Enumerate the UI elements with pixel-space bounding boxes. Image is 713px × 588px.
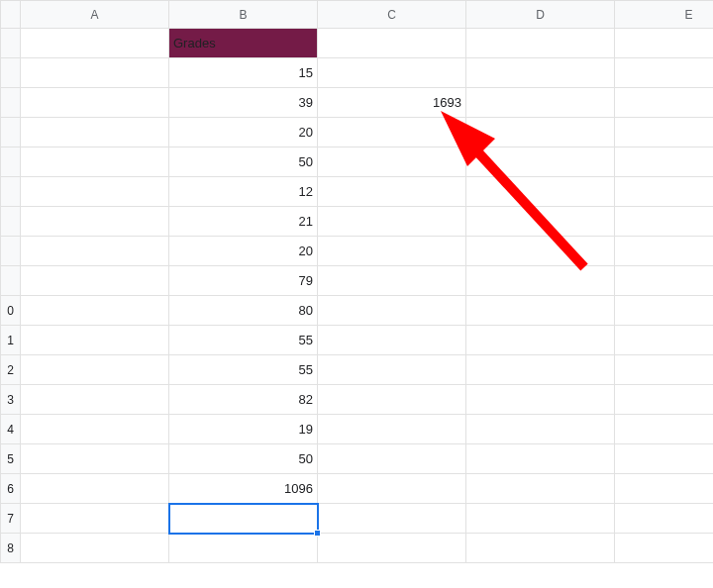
col-header-A[interactable]: A xyxy=(21,1,169,29)
col-header-E[interactable]: E xyxy=(615,1,714,29)
cell-A16[interactable] xyxy=(21,474,169,504)
cell-A17[interactable] xyxy=(21,504,169,534)
cell-C13[interactable] xyxy=(318,385,466,415)
spreadsheet-grid[interactable]: A B C D E Grades 15 39 1693 xyxy=(0,0,713,563)
cell-A8[interactable] xyxy=(21,237,169,266)
row-header[interactable] xyxy=(1,207,21,237)
cell-C5[interactable] xyxy=(318,147,466,177)
cell-B18[interactable] xyxy=(169,534,318,563)
cell-A14[interactable] xyxy=(21,415,169,444)
cell-C12[interactable] xyxy=(318,355,466,385)
cell-E11[interactable] xyxy=(615,326,714,355)
cell-E10[interactable] xyxy=(615,296,714,326)
cell-E3[interactable] xyxy=(615,88,714,118)
cell-C1[interactable] xyxy=(318,29,466,58)
cell-E15[interactable] xyxy=(615,444,714,474)
cell-B8[interactable]: 20 xyxy=(169,237,318,266)
cell-E14[interactable] xyxy=(615,415,714,444)
cell-E17[interactable] xyxy=(615,504,714,534)
row-header[interactable] xyxy=(1,266,21,296)
col-header-B[interactable]: B xyxy=(169,1,318,29)
row-header[interactable] xyxy=(1,147,21,177)
cell-C7[interactable] xyxy=(318,207,466,237)
cell-B13[interactable]: 82 xyxy=(169,385,318,415)
cell-C16[interactable] xyxy=(318,474,466,504)
cell-A7[interactable] xyxy=(21,207,169,237)
cell-B11[interactable]: 55 xyxy=(169,326,318,355)
row-header[interactable]: 2 xyxy=(1,355,21,385)
row-header[interactable]: 3 xyxy=(1,385,21,415)
cell-A3[interactable] xyxy=(21,88,169,118)
cell-D6[interactable] xyxy=(466,177,615,207)
cell-E2[interactable] xyxy=(615,58,714,88)
cell-A10[interactable] xyxy=(21,296,169,326)
cell-B6[interactable]: 12 xyxy=(169,177,318,207)
row-header[interactable] xyxy=(1,118,21,147)
cell-B16[interactable]: 1096 xyxy=(169,474,318,504)
cell-E4[interactable] xyxy=(615,118,714,147)
cell-B14[interactable]: 19 xyxy=(169,415,318,444)
cell-D1[interactable] xyxy=(466,29,615,58)
cell-C18[interactable] xyxy=(318,534,466,563)
cell-C8[interactable] xyxy=(318,237,466,266)
cell-E8[interactable] xyxy=(615,237,714,266)
cell-D8[interactable] xyxy=(466,237,615,266)
cell-C17[interactable] xyxy=(318,504,466,534)
cell-D15[interactable] xyxy=(466,444,615,474)
row-header[interactable] xyxy=(1,88,21,118)
cell-D10[interactable] xyxy=(466,296,615,326)
row-header[interactable]: 4 xyxy=(1,415,21,444)
cell-B5[interactable]: 50 xyxy=(169,147,318,177)
cell-C15[interactable] xyxy=(318,444,466,474)
corner-cell[interactable] xyxy=(1,1,21,29)
cell-E12[interactable] xyxy=(615,355,714,385)
cell-D18[interactable] xyxy=(466,534,615,563)
cell-C9[interactable] xyxy=(318,266,466,296)
cell-C2[interactable] xyxy=(318,58,466,88)
cell-C6[interactable] xyxy=(318,177,466,207)
cell-E1[interactable] xyxy=(615,29,714,58)
cell-C14[interactable] xyxy=(318,415,466,444)
cell-B10[interactable]: 80 xyxy=(169,296,318,326)
cell-B4[interactable]: 20 xyxy=(169,118,318,147)
row-header[interactable] xyxy=(1,58,21,88)
row-header[interactable]: 8 xyxy=(1,534,21,563)
row-header[interactable] xyxy=(1,177,21,207)
cell-B3[interactable]: 39 xyxy=(169,88,318,118)
cell-D14[interactable] xyxy=(466,415,615,444)
cell-D17[interactable] xyxy=(466,504,615,534)
cell-A1[interactable] xyxy=(21,29,169,58)
cell-A18[interactable] xyxy=(21,534,169,563)
cell-D2[interactable] xyxy=(466,58,615,88)
cell-C4[interactable] xyxy=(318,118,466,147)
cell-A13[interactable] xyxy=(21,385,169,415)
cell-B17-selected[interactable] xyxy=(169,504,318,534)
cell-C3[interactable]: 1693 xyxy=(318,88,466,118)
cell-A6[interactable] xyxy=(21,177,169,207)
cell-E5[interactable] xyxy=(615,147,714,177)
row-header[interactable]: 6 xyxy=(1,474,21,504)
cell-B2[interactable]: 15 xyxy=(169,58,318,88)
cell-D11[interactable] xyxy=(466,326,615,355)
cell-A5[interactable] xyxy=(21,147,169,177)
cell-B1-grades-header[interactable]: Grades xyxy=(169,29,318,58)
row-header[interactable]: 5 xyxy=(1,444,21,474)
cell-A12[interactable] xyxy=(21,355,169,385)
cell-A11[interactable] xyxy=(21,326,169,355)
cell-B7[interactable]: 21 xyxy=(169,207,318,237)
cell-D13[interactable] xyxy=(466,385,615,415)
cell-C11[interactable] xyxy=(318,326,466,355)
cell-A15[interactable] xyxy=(21,444,169,474)
cell-A4[interactable] xyxy=(21,118,169,147)
cell-E7[interactable] xyxy=(615,207,714,237)
cell-B9[interactable]: 79 xyxy=(169,266,318,296)
row-header[interactable] xyxy=(1,29,21,58)
row-header[interactable]: 7 xyxy=(1,504,21,534)
cell-D3[interactable] xyxy=(466,88,615,118)
cell-E16[interactable] xyxy=(615,474,714,504)
cell-A9[interactable] xyxy=(21,266,169,296)
cell-D9[interactable] xyxy=(466,266,615,296)
row-header[interactable]: 1 xyxy=(1,326,21,355)
cell-E6[interactable] xyxy=(615,177,714,207)
cell-C10[interactable] xyxy=(318,296,466,326)
